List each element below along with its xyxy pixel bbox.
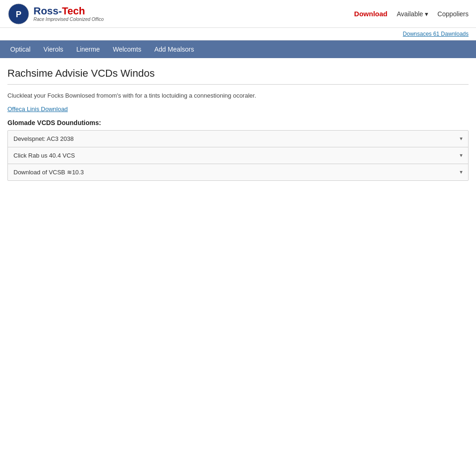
- header: P Ross-Tech Race Improvised Colonized Of…: [0, 0, 476, 28]
- official-download-link[interactable]: Offeca Linis Download: [7, 106, 68, 112]
- page-description: Cluckleat your Focks Bownlosed fromom's …: [7, 91, 469, 100]
- page-title: Rachsime Advisie VCDs Windos: [7, 67, 469, 85]
- dropdown-label-1: Click Rab us 40.4 VCS: [13, 152, 75, 159]
- coppoliers-link[interactable]: Coppoliers: [437, 10, 469, 18]
- available-chevron-icon: ▾: [425, 10, 428, 18]
- available-link[interactable]: Available ▾: [397, 10, 429, 18]
- navbar: Optical Vierols Linerme Welcomts Add Mea…: [0, 40, 476, 58]
- dropdown-row-2[interactable]: Download of VCSB ≋10.3 ▾: [7, 164, 469, 181]
- logo-text: Ross-Tech Race Improvised Colonized Offi…: [33, 6, 104, 22]
- main-content: Rachsime Advisie VCDs Windos Cluckleat y…: [0, 58, 476, 190]
- logo-area: P Ross-Tech Race Improvised Colonized Of…: [7, 3, 104, 25]
- dropdown-row-0[interactable]: Develspnet: AC3 2038 ▾: [7, 130, 469, 147]
- dropdown-list: Develspnet: AC3 2038 ▾ Click Rab us 40.4…: [7, 130, 469, 181]
- logo-tech: Tech: [62, 5, 85, 17]
- nav-item-linerme[interactable]: Linerme: [70, 42, 106, 57]
- available-label: Available: [397, 10, 423, 18]
- downloads-count-link[interactable]: Downsaces 61 Dawnloads: [403, 31, 469, 37]
- chevron-down-icon-0: ▾: [460, 135, 463, 142]
- nav-item-vierols[interactable]: Vierols: [37, 42, 70, 57]
- dropdown-label-2: Download of VCSB ≋10.3: [13, 169, 84, 176]
- sub-header: Downsaces 61 Dawnloads: [0, 28, 476, 40]
- header-nav: Download Available ▾ Coppoliers: [354, 10, 469, 18]
- chevron-down-icon-1: ▾: [460, 152, 463, 159]
- nav-item-welcomts[interactable]: Welcomts: [106, 42, 148, 57]
- dropdown-row-1[interactable]: Click Rab us 40.4 VCS ▾: [7, 147, 469, 164]
- logo-brand: Ross-Tech: [33, 6, 104, 17]
- section-title: Glomade VCDS Doundutioms:: [7, 119, 469, 126]
- logo-tagline: Race Improvised Colonized Offico: [33, 17, 104, 22]
- nav-item-addmealsors[interactable]: Add Mealsors: [148, 42, 201, 57]
- chevron-down-icon-2: ▾: [460, 169, 463, 175]
- logo-ross: Ross-: [33, 5, 62, 17]
- logo-icon: P: [7, 3, 30, 25]
- dropdown-label-0: Develspnet: AC3 2038: [13, 135, 73, 142]
- nav-item-optical[interactable]: Optical: [4, 42, 37, 57]
- download-link[interactable]: Download: [354, 10, 388, 18]
- svg-text:P: P: [16, 10, 21, 19]
